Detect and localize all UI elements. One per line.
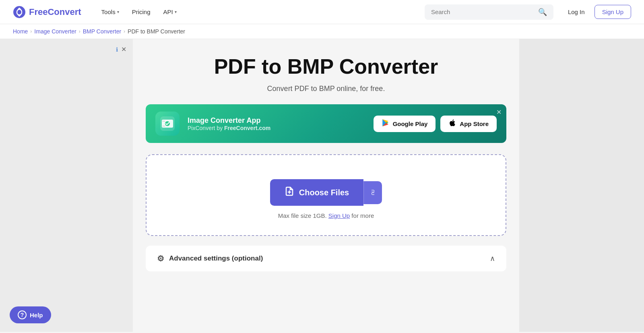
main-content: PDF to BMP Converter Convert PDF to BMP … [133, 39, 519, 332]
google-play-icon [382, 119, 390, 129]
drop-zone[interactable]: Choose Files ⫔ Max file size 1GB. Sign U… [146, 154, 506, 236]
header: FreeConvert Tools ▾ Pricing API ▾ 🔍 Log … [0, 0, 644, 24]
app-store-button[interactable]: App Store [440, 116, 497, 132]
sidebar-left-ad: ℹ ✕ [0, 39, 133, 332]
page-layout: ℹ ✕ PDF to BMP Converter Convert PDF to … [0, 39, 644, 332]
breadcrumb-sep-1: › [30, 29, 32, 34]
banner-text: Image Converter App PixConvert by FreeCo… [188, 116, 365, 131]
app-banner: ✕ Image Converter App PixConvert by Free… [146, 104, 506, 143]
choose-files-button[interactable]: Choose Files [270, 179, 363, 206]
help-icon: ? [18, 310, 27, 319]
breadcrumb-sep-3: › [124, 29, 125, 34]
breadcrumb-bmp-converter[interactable]: BMP Converter [83, 28, 121, 35]
dropdown-chevron-icon: ⫔ [371, 188, 375, 196]
auth-area: Log In Sign Up [563, 5, 631, 19]
nav-tools[interactable]: Tools ▾ [96, 5, 125, 19]
sidebar-right-ad [519, 39, 644, 332]
nav-pricing[interactable]: Pricing [126, 5, 156, 19]
search-icon[interactable]: 🔍 [538, 8, 547, 17]
page-subtitle: Convert PDF to BMP online, for free. [146, 85, 506, 93]
advanced-settings[interactable]: ⚙ Advanced settings (optional) ∧ [146, 246, 506, 271]
advanced-settings-label-area: ⚙ Advanced settings (optional) [157, 254, 263, 263]
logo-icon [13, 6, 26, 19]
nav-api[interactable]: API ▾ [158, 5, 182, 19]
ad-close-icon[interactable]: ✕ [121, 46, 126, 53]
banner-app-icon [155, 112, 180, 136]
file-icon [285, 186, 294, 199]
banner-app-name: Image Converter App [188, 116, 365, 125]
advanced-settings-chevron-icon: ∧ [490, 254, 495, 263]
banner-close-icon[interactable]: ✕ [496, 108, 502, 116]
choose-files-dropdown-button[interactable]: ⫔ [363, 181, 382, 204]
logo-text: FreeConvert [29, 7, 81, 17]
tools-chevron-icon: ▾ [117, 10, 119, 14]
search-input[interactable] [431, 8, 535, 15]
ad-controls: ℹ ✕ [6, 46, 126, 53]
file-info-signup-link[interactable]: Sign Up [328, 212, 350, 219]
ad-info-icon[interactable]: ℹ [116, 46, 118, 53]
logo[interactable]: FreeConvert [13, 6, 81, 19]
page-title: PDF to BMP Converter [146, 55, 506, 78]
breadcrumb-current: PDF to BMP Converter [128, 28, 185, 35]
apple-icon [448, 119, 456, 129]
breadcrumb: Home › Image Converter › BMP Converter ›… [0, 24, 644, 39]
breadcrumb-home[interactable]: Home [13, 28, 28, 35]
breadcrumb-sep-2: › [79, 29, 80, 34]
search-bar: 🔍 [425, 4, 553, 20]
banner-buttons: Google Play App Store [374, 116, 497, 132]
file-info: Max file size 1GB. Sign Up for more [163, 212, 489, 219]
choose-files-row: Choose Files ⫔ [163, 179, 489, 206]
help-label: Help [30, 312, 43, 319]
app-icon-svg [160, 116, 175, 131]
api-chevron-icon: ▾ [175, 10, 177, 14]
login-button[interactable]: Log In [563, 5, 590, 19]
help-button[interactable]: ? Help [10, 306, 51, 323]
banner-app-sub: PixConvert by FreeConvert.com [188, 125, 365, 131]
signup-button[interactable]: Sign Up [594, 5, 631, 19]
main-nav: Tools ▾ Pricing API ▾ [96, 5, 182, 19]
google-play-button[interactable]: Google Play [374, 116, 436, 132]
gear-icon: ⚙ [157, 254, 164, 263]
breadcrumb-image-converter[interactable]: Image Converter [34, 28, 76, 35]
advanced-settings-label: Advanced settings (optional) [169, 254, 263, 263]
